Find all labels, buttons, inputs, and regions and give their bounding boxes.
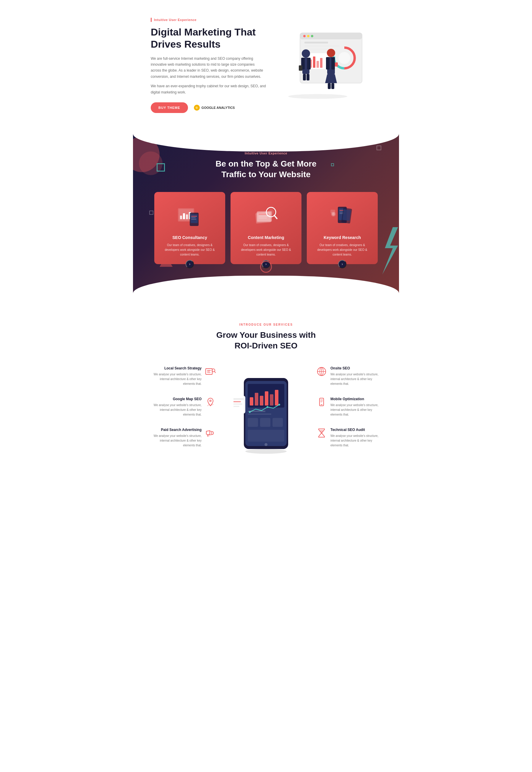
- card-seo-title: SEO Consultancy: [161, 235, 218, 240]
- svg-rect-13: [320, 58, 322, 68]
- service-paid-search-text: Paid Search Advertising We analyse your …: [151, 428, 202, 448]
- dark-tagline: Intuitive User Experience: [145, 151, 387, 155]
- deco-circle-bottom: [260, 261, 272, 273]
- svg-rect-27: [331, 57, 335, 69]
- service-paid-search: Paid Search Advertising We analyse your …: [151, 428, 216, 448]
- service-mobile-opt: Mobile Optimization We analyse your webs…: [316, 397, 381, 417]
- svg-rect-81: [270, 394, 273, 406]
- dark-inner: Intuitive User Experience Be on the Top …: [133, 151, 399, 264]
- card-content: Content Marketing Our team of creatives,…: [231, 192, 301, 264]
- buy-theme-button[interactable]: BUY THEME: [151, 102, 188, 113]
- svg-rect-37: [183, 213, 185, 219]
- hero-illustration: [276, 30, 371, 101]
- card-seo-button[interactable]: ›: [186, 260, 194, 268]
- card-content-desc: Our team of creatives, designers & devel…: [238, 243, 294, 257]
- svg-rect-91: [248, 430, 284, 442]
- card-keyword-desc: Our team of creatives, designers & devel…: [314, 243, 371, 257]
- card-content-icon: [238, 201, 294, 231]
- svg-point-3: [307, 35, 309, 37]
- card-keyword: Keyword Research Our team of creatives, …: [307, 192, 378, 264]
- svg-rect-95: [233, 401, 241, 402]
- service-mobile-opt-icon: [316, 397, 327, 408]
- svg-rect-87: [248, 413, 271, 415]
- services-grid: Local Search Strategy We analyse your we…: [151, 366, 381, 455]
- card-keyword-title: Keyword Research: [314, 235, 371, 240]
- svg-rect-36: [180, 216, 182, 219]
- google-analytics-button[interactable]: G GOOGLE ANALYTICS: [194, 105, 235, 111]
- svg-rect-89: [260, 418, 270, 427]
- svg-rect-6: [304, 45, 340, 47]
- hero-desc2: We have an ever-expanding trophy cabinet…: [151, 83, 266, 95]
- svg-rect-78: [255, 393, 258, 406]
- svg-point-2: [303, 35, 306, 37]
- dark-title: Be on the Top & Get More Traffic to Your…: [145, 158, 387, 180]
- service-paid-search-icon: [205, 428, 216, 438]
- svg-rect-38: [186, 215, 188, 219]
- hero-title: Digital Marketing That Drives Results: [151, 26, 266, 50]
- svg-rect-86: [248, 411, 265, 412]
- card-seo-icon: [161, 201, 218, 231]
- card-keyword-icon: [314, 201, 371, 231]
- svg-rect-31: [335, 62, 338, 66]
- services-center-image: [225, 366, 307, 455]
- svg-point-32: [288, 94, 347, 99]
- svg-rect-22: [306, 74, 309, 80]
- hero-section: Intuitive User Experience Digital Market…: [133, 0, 399, 128]
- services-title: Grow Your Business with ROI-Driven SEO: [151, 330, 381, 351]
- svg-line-53: [274, 215, 277, 219]
- service-technical-seo-icon: [316, 428, 327, 438]
- hero-buttons: BUY THEME G GOOGLE ANALYTICS: [151, 102, 266, 113]
- svg-rect-63: [330, 210, 335, 213]
- service-local-search-icon: [205, 366, 216, 377]
- card-seo: SEO Consultancy Our team of creatives, d…: [154, 192, 225, 264]
- svg-point-52: [268, 209, 274, 215]
- service-onsite-seo: Onsite SEO We analyse your website's str…: [316, 366, 381, 386]
- hero-content: Intuitive User Experience Digital Market…: [151, 18, 266, 113]
- svg-point-92: [265, 443, 267, 446]
- service-google-map-icon: [205, 397, 216, 408]
- service-onsite-seo-text: Onsite SEO We analyse your website's str…: [330, 366, 381, 386]
- service-local-search-text: Local Search Strategy We analyse your we…: [151, 366, 202, 386]
- service-technical-seo: Technical SEO Audit We analyse your webs…: [316, 428, 381, 448]
- svg-marker-28: [325, 74, 337, 83]
- service-google-map-text: Google Map SEO We analyse your website's…: [151, 397, 202, 417]
- svg-rect-97: [233, 406, 239, 407]
- services-header: INTRODUCE OUR SERVICES Grow Your Busines…: [151, 323, 381, 351]
- ga-icon: G: [194, 105, 200, 111]
- svg-rect-90: [273, 418, 283, 427]
- svg-rect-5: [304, 42, 328, 43]
- service-technical-seo-text: Technical SEO Audit We analyse your webs…: [330, 428, 381, 448]
- svg-rect-12: [317, 61, 319, 68]
- svg-point-70: [209, 400, 212, 402]
- card-content-title: Content Marketing: [238, 235, 294, 240]
- svg-rect-88: [248, 418, 258, 427]
- svg-rect-80: [265, 391, 268, 406]
- dark-section: Intuitive User Experience Be on the Top …: [133, 128, 399, 299]
- card-keyword-button[interactable]: ›: [338, 260, 346, 268]
- svg-rect-26: [326, 57, 330, 69]
- svg-rect-29: [328, 83, 331, 89]
- hero-tagline: Intuitive User Experience: [151, 18, 266, 22]
- svg-rect-77: [250, 397, 253, 406]
- service-google-map: Google Map SEO We analyse your website's…: [151, 397, 216, 417]
- svg-rect-41: [191, 214, 198, 223]
- svg-rect-94: [233, 398, 244, 400]
- svg-rect-96: [233, 403, 242, 405]
- svg-line-69: [215, 372, 215, 373]
- service-mobile-opt-text: Mobile Optimization We analyse your webs…: [330, 397, 381, 417]
- card-seo-desc: Our team of creatives, designers & devel…: [161, 243, 218, 257]
- svg-point-24: [327, 49, 335, 57]
- svg-point-4: [311, 35, 313, 37]
- services-section: INTRODUCE OUR SERVICES Grow Your Busines…: [133, 299, 399, 473]
- svg-point-17: [302, 49, 310, 58]
- service-local-search: Local Search Strategy We analyse your we…: [151, 366, 216, 386]
- hero-desc1: We are full-service Internet marketing a…: [151, 56, 266, 80]
- svg-point-85: [278, 404, 280, 406]
- svg-rect-82: [275, 390, 278, 406]
- svg-rect-11: [313, 56, 315, 68]
- hero-image: [266, 30, 381, 101]
- svg-rect-60: [343, 209, 351, 221]
- cards-row: SEO Consultancy Our team of creatives, d…: [151, 192, 381, 264]
- services-left: Local Search Strategy We analyse your we…: [151, 366, 216, 448]
- service-onsite-seo-icon: [316, 366, 327, 377]
